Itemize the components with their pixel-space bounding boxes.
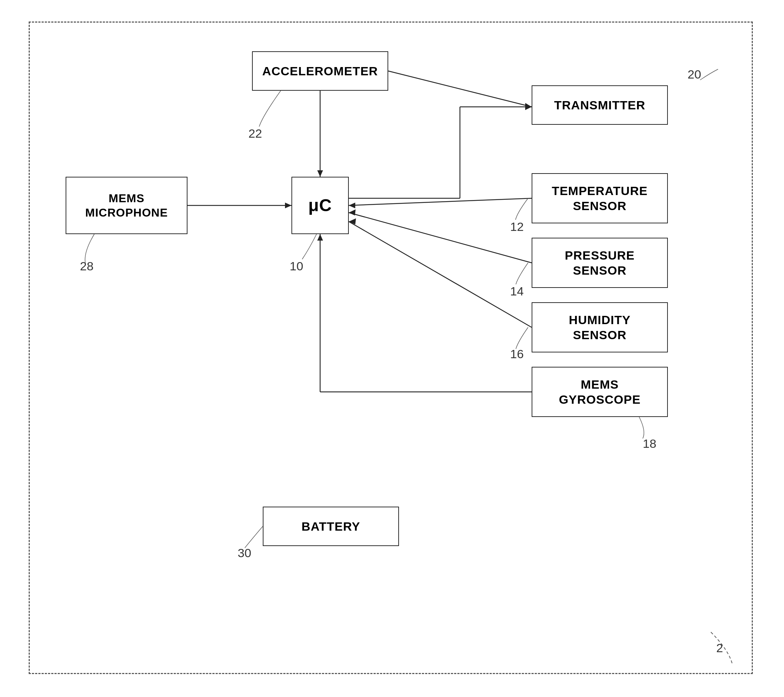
temp-sensor-label: TEMPERATURESENSOR [552,183,647,214]
uc-label: μC [308,195,332,216]
svg-marker-16 [317,234,323,241]
ref-2: 2 [716,641,723,655]
ref-20: 20 [688,68,701,81]
temp-sensor-block: TEMPERATURESENSOR [532,173,668,223]
mems-mic-block: MEMSMICROPHONE [66,177,188,234]
accelerometer-label: ACCELEROMETER [262,63,378,79]
ref-28: 28 [80,259,94,273]
ref-30: 30 [238,546,251,560]
humidity-sensor-block: HUMIDITYSENSOR [532,302,668,353]
transmitter-block: TRANSMITTER [532,85,668,125]
humidity-sensor-label: HUMIDITYSENSOR [569,312,631,343]
diagram-outer-box: ACCELEROMETER μC MEMSMICROPHONE TRANSMIT… [29,21,753,674]
battery-block: BATTERY [263,507,399,546]
ref-18: 18 [643,437,656,451]
svg-marker-13 [349,218,356,224]
accelerometer-block: ACCELEROMETER [252,51,388,91]
mems-gyro-label: MEMSGYROSCOPE [559,377,641,407]
svg-line-12 [349,222,532,327]
ref-12: 12 [510,220,524,234]
ref-22: 22 [249,127,262,140]
battery-label: BATTERY [301,519,360,534]
svg-marker-7 [525,104,532,110]
pressure-sensor-label: PRESSURESENSOR [565,248,634,278]
ref-10: 10 [290,259,303,273]
svg-marker-1 [317,170,323,177]
pressure-sensor-block: PRESSURESENSOR [532,238,668,288]
uc-block: μC [292,177,349,234]
svg-marker-9 [349,203,355,208]
svg-marker-18 [285,203,292,208]
mems-mic-label: MEMSMICROPHONE [85,191,168,220]
svg-line-2 [388,71,532,107]
svg-line-8 [349,198,532,206]
svg-marker-3 [525,103,532,109]
svg-line-10 [349,213,532,263]
ref-16: 16 [510,347,524,361]
transmitter-label: TRANSMITTER [554,97,646,113]
svg-marker-11 [349,209,356,216]
mems-gyro-block: MEMSGYROSCOPE [532,367,668,417]
ref-14: 14 [510,284,524,298]
